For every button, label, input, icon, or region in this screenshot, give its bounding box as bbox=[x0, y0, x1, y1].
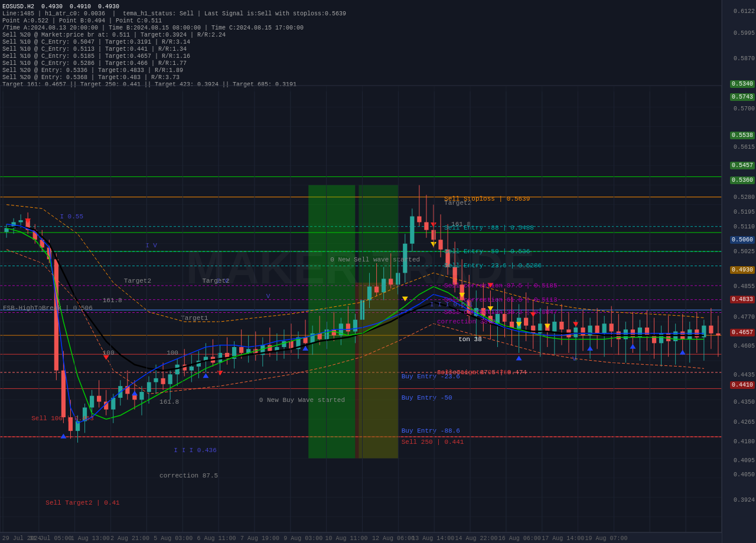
price-label: 0.5700 bbox=[734, 106, 755, 112]
price-label: 0.5743 bbox=[730, 93, 755, 101]
price-label: 0.4833 bbox=[730, 296, 755, 303]
price-label: 0.5280 bbox=[734, 194, 755, 201]
price-label: 0.4435 bbox=[734, 372, 755, 378]
price-label: 0.5340 bbox=[730, 80, 755, 88]
price-label: 0.4605 bbox=[734, 343, 755, 349]
time-label: 16 Aug 06:00 bbox=[498, 535, 541, 542]
price-label: 0.4930 bbox=[730, 266, 755, 274]
price-label: 0.5060 bbox=[730, 236, 755, 244]
time-label: 31 Jul 05:00 bbox=[30, 535, 72, 542]
price-label: 0.5457 bbox=[730, 162, 755, 169]
time-axis: 29 Jul 202431 Jul 05:001 Aug 13:002 Aug … bbox=[0, 532, 722, 543]
price-label: 0.5025 bbox=[734, 248, 755, 255]
time-label: 10 Aug 11:00 bbox=[325, 535, 368, 542]
time-label: 9 Aug 03:00 bbox=[284, 535, 322, 542]
price-axis: 0.61220.59950.58700.53400.57430.57000.55… bbox=[722, 0, 756, 543]
price-label: 0.5195 bbox=[734, 209, 755, 215]
time-label: 1 Aug 13:00 bbox=[71, 535, 110, 542]
price-label: 0.4770 bbox=[734, 314, 755, 320]
time-label: 12 Aug 06:00 bbox=[372, 535, 415, 542]
time-label: 14 Aug 22:00 bbox=[455, 535, 498, 542]
price-label: 0.4180 bbox=[734, 439, 755, 445]
time-label: 19 Aug 07:00 bbox=[585, 535, 627, 542]
price-label: 0.4350 bbox=[734, 399, 755, 405]
price-label: 0.5870 bbox=[734, 55, 755, 62]
price-label: 0.3924 bbox=[734, 497, 755, 503]
price-label: 0.4657 bbox=[730, 329, 755, 336]
time-label: 6 Aug 11:00 bbox=[197, 535, 236, 542]
price-label: 0.5538 bbox=[730, 132, 755, 139]
price-label: 0.5110 bbox=[734, 224, 755, 230]
time-label: 7 Aug 19:00 bbox=[240, 535, 279, 542]
price-label: 0.5360 bbox=[730, 176, 755, 184]
price-label: 0.4855 bbox=[734, 283, 755, 290]
price-label: 0.4095 bbox=[734, 457, 755, 464]
price-label: 0.4050 bbox=[734, 472, 755, 478]
top-info bbox=[2, 1, 9, 19]
time-label: 2 Aug 21:00 bbox=[110, 535, 149, 542]
time-label: 5 Aug 03:00 bbox=[154, 535, 193, 542]
time-label: 17 Aug 14:00 bbox=[542, 535, 584, 542]
price-label: 0.4265 bbox=[734, 419, 755, 426]
price-label: 0.4410 bbox=[730, 381, 755, 389]
time-label: 13 Aug 14:00 bbox=[412, 535, 454, 542]
chart-canvas bbox=[0, 0, 756, 543]
chart-container: 0.61220.59950.58700.53400.57430.57000.55… bbox=[0, 0, 756, 543]
price-label: 0.5615 bbox=[734, 144, 755, 151]
price-label: 0.6122 bbox=[734, 8, 755, 15]
price-label: 0.5995 bbox=[734, 30, 755, 37]
